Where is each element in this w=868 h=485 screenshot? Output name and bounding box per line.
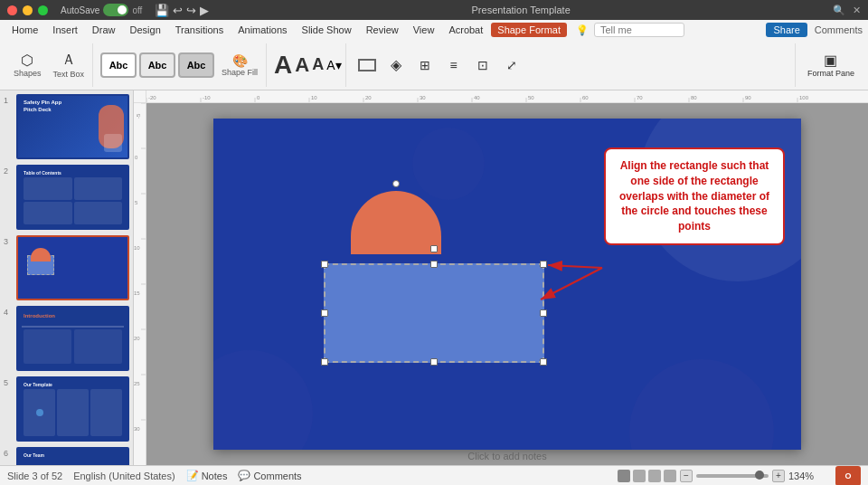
notes-button[interactable]: 📝 Notes — [186, 470, 228, 481]
present-icon[interactable]: ▶ — [200, 4, 209, 17]
slide-6-thumb[interactable]: 6 Our Team — [4, 447, 129, 465]
handle-mid-right[interactable] — [540, 309, 547, 317]
rectangle-shape[interactable] — [324, 263, 544, 363]
handle-top-right[interactable] — [540, 261, 547, 268]
menu-view[interactable]: View — [407, 23, 441, 37]
zoom-minus-button[interactable]: − — [680, 470, 693, 482]
main-area: 1 Safety Pin AppPitch Deck 2 Table of Co… — [0, 90, 868, 465]
shape-style-2-button[interactable]: Abc — [139, 52, 175, 78]
slide-4-image[interactable]: Introduction — [16, 306, 129, 371]
slide-3-image[interactable] — [16, 235, 129, 300]
slide-panel: 1 Safety Pin AppPitch Deck 2 Table of Co… — [0, 90, 134, 465]
svg-text:-20: -20 — [148, 95, 156, 100]
minimize-icon[interactable]: ✕ — [853, 5, 861, 16]
search-titlebar-icon[interactable]: 🔍 — [833, 5, 845, 16]
ruler-v-bar: -5 0 5 10 15 20 25 30 — [134, 103, 146, 465]
maximize-button[interactable] — [38, 5, 48, 15]
handle-bot-mid[interactable] — [430, 358, 438, 366]
callout-box: Align the rectangle such that one side o… — [604, 147, 785, 245]
slide-5-thumb[interactable]: 5 Our Template — [4, 376, 129, 442]
zoom-thumb[interactable] — [755, 471, 764, 480]
menu-review[interactable]: Review — [360, 23, 405, 37]
format-pane-group: ▣ Format Pane — [799, 43, 863, 87]
menu-home[interactable]: Home — [5, 23, 44, 37]
svg-text:25: 25 — [134, 381, 140, 386]
outline-view-icon[interactable] — [633, 470, 646, 482]
menu-shape-format[interactable]: Shape Format — [491, 23, 567, 37]
text-fill-button[interactable]: A▾ — [326, 58, 341, 72]
comments-status-button[interactable]: 💬 Comments — [238, 470, 301, 481]
reading-view-icon[interactable] — [664, 470, 676, 482]
save-icon[interactable]: 💾 — [155, 4, 169, 17]
svg-text:20: 20 — [365, 95, 372, 100]
shapes-button[interactable]: ⬡ Shapes — [9, 49, 46, 81]
arrange-button[interactable]: ⊞ — [411, 55, 439, 75]
svg-text:0: 0 — [257, 95, 260, 100]
text-size-small[interactable]: A — [312, 55, 324, 74]
title-bar: AutoSave off 💾 ↩ ↪ ▶ Presentation Templa… — [0, 0, 868, 20]
menu-design[interactable]: Design — [124, 23, 167, 37]
svg-text:-5: -5 — [136, 113, 141, 119]
autosave-toggle[interactable] — [103, 4, 128, 16]
svg-text:70: 70 — [637, 95, 643, 100]
share-button[interactable]: Share — [766, 23, 807, 37]
shape-style-3-button[interactable]: Abc — [178, 52, 214, 78]
slide-1-thumb[interactable]: 1 Safety Pin AppPitch Deck — [4, 94, 129, 159]
svg-text:10: 10 — [134, 245, 140, 251]
menu-draw[interactable]: Draw — [86, 23, 122, 37]
text-size-med[interactable]: A — [295, 53, 309, 77]
slide-3-thumb[interactable]: 3 — [4, 235, 129, 300]
shape-style-1-button[interactable]: Abc — [100, 52, 137, 78]
slide-6-image[interactable]: Our Team — [16, 447, 129, 465]
zoom-plus-button[interactable]: + — [772, 470, 785, 482]
svg-text:15: 15 — [134, 290, 140, 296]
align-button[interactable]: ≡ — [440, 55, 467, 75]
minimize-button[interactable] — [23, 5, 33, 15]
shape-effects-button[interactable]: ◈ — [382, 53, 410, 76]
normal-view-icon[interactable] — [618, 470, 630, 482]
slide-4-thumb[interactable]: 4 Introduction — [4, 306, 129, 371]
tell-me-input[interactable] — [594, 23, 684, 37]
slide-canvas-wrap[interactable]: Align the rectangle such that one side o… — [146, 103, 868, 465]
undo-icon[interactable]: ↩ — [173, 4, 183, 17]
menu-slideshow[interactable]: Slide Show — [296, 23, 358, 37]
size-button[interactable]: ⤢ — [498, 55, 525, 75]
handle-top-mid[interactable] — [430, 261, 438, 268]
redo-icon[interactable]: ↪ — [186, 4, 196, 17]
shape-outline-button[interactable] — [354, 56, 381, 74]
slide-sorter-icon[interactable] — [648, 470, 661, 482]
slide-5-image[interactable]: Our Template — [16, 376, 129, 442]
svg-line-44 — [548, 265, 602, 268]
handle-top-left[interactable] — [321, 261, 328, 268]
close-button[interactable] — [7, 5, 17, 15]
slide-2-thumb[interactable]: 2 Table of Contents — [4, 165, 129, 230]
svg-text:5: 5 — [135, 200, 138, 205]
circle-shape[interactable] — [351, 191, 441, 254]
comments-button[interactable]: Comments — [815, 24, 863, 35]
shape-fill-button[interactable]: 🎨 Shape Fill — [217, 51, 262, 80]
svg-text:80: 80 — [691, 95, 697, 100]
notes-icon: 📝 — [186, 470, 199, 481]
toolbar: ⬡ Shapes Ａ Text Box Abc Abc Abc 🎨 Shape … — [0, 40, 868, 90]
handle-mid-left[interactable] — [321, 309, 328, 317]
handle-bot-left[interactable] — [321, 358, 328, 366]
format-pane-button[interactable]: ▣ Format Pane — [803, 49, 859, 81]
handle-rotate[interactable] — [430, 245, 438, 252]
svg-line-43 — [541, 268, 602, 300]
menu-insert[interactable]: Insert — [46, 23, 84, 37]
ruler-h-bar: -20 -10 0 10 20 30 40 50 60 — [146, 90, 868, 103]
handle-bot-right[interactable] — [540, 358, 547, 366]
group-button[interactable]: ⊡ — [469, 55, 496, 75]
text-size-large[interactable]: A — [274, 51, 292, 80]
status-bar: Slide 3 of 52 English (United States) 📝 … — [0, 465, 868, 485]
menu-acrobat[interactable]: Acrobat — [442, 23, 489, 37]
svg-text:0: 0 — [135, 155, 138, 160]
slide-2-image[interactable]: Table of Contents — [16, 165, 129, 230]
menu-transitions[interactable]: Transitions — [169, 23, 230, 37]
textbox-button[interactable]: Ａ Text Box — [49, 48, 90, 81]
slide-view-area: -5 0 5 10 15 20 25 30 — [134, 103, 868, 465]
menu-animations[interactable]: Animations — [231, 23, 293, 37]
zoom-level[interactable]: 134% — [788, 471, 819, 481]
zoom-slider[interactable] — [696, 474, 769, 478]
slide-1-image[interactable]: Safety Pin AppPitch Deck — [16, 94, 129, 159]
